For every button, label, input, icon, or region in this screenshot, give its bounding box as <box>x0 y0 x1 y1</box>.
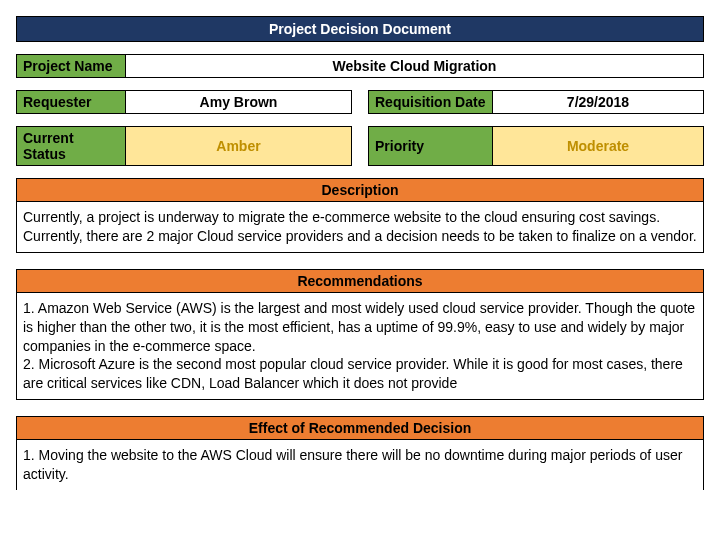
recommendations-section: Recommendations 1. Amazon Web Service (A… <box>16 269 704 400</box>
requisition-date-label: Requisition Date <box>368 90 493 114</box>
project-name-label: Project Name <box>16 54 126 78</box>
requester-value[interactable]: Amy Brown <box>126 90 352 114</box>
effect-section: Effect of Recommended Decision 1. Moving… <box>16 416 704 490</box>
effect-body[interactable]: 1. Moving the website to the AWS Cloud w… <box>16 440 704 490</box>
project-name-field: Project Name Website Cloud Migration <box>16 54 704 78</box>
project-name-value[interactable]: Website Cloud Migration <box>126 54 704 78</box>
description-body[interactable]: Currently, a project is underway to migr… <box>16 202 704 253</box>
requester-label: Requester <box>16 90 126 114</box>
description-section: Description Currently, a project is unde… <box>16 178 704 253</box>
priority-field: Priority Moderate <box>368 126 704 166</box>
effect-header: Effect of Recommended Decision <box>16 416 704 440</box>
requester-field: Requester Amy Brown <box>16 90 352 114</box>
current-status-label: Current Status <box>16 126 126 166</box>
document-title: Project Decision Document <box>16 16 704 42</box>
priority-label: Priority <box>368 126 493 166</box>
recommendations-header: Recommendations <box>16 269 704 293</box>
priority-value[interactable]: Moderate <box>493 126 704 166</box>
recommendations-body[interactable]: 1. Amazon Web Service (AWS) is the large… <box>16 293 704 400</box>
current-status-field: Current Status Amber <box>16 126 352 166</box>
requisition-date-field: Requisition Date 7/29/2018 <box>368 90 704 114</box>
requisition-date-value[interactable]: 7/29/2018 <box>493 90 704 114</box>
current-status-value[interactable]: Amber <box>126 126 352 166</box>
description-header: Description <box>16 178 704 202</box>
